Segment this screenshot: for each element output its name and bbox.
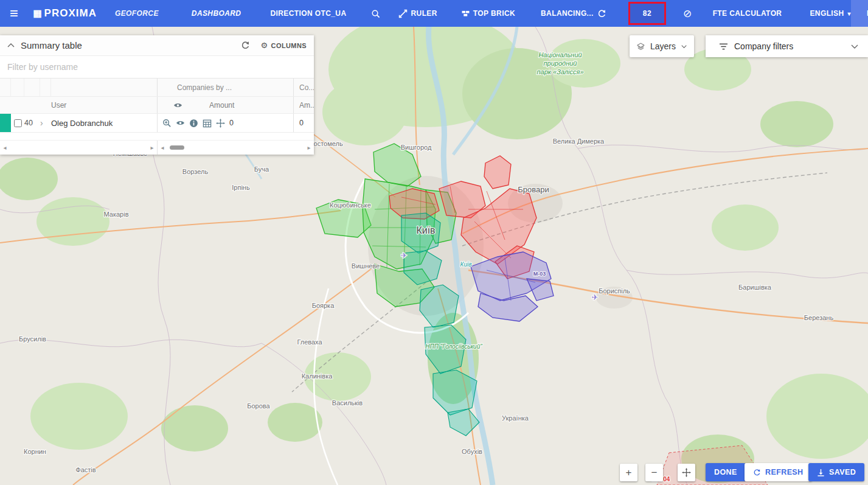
columns-button-label: COLUMNS <box>271 42 307 49</box>
map-label: Бровари <box>518 185 549 194</box>
row-expand-chevron[interactable]: › <box>40 114 51 132</box>
search-icon <box>371 9 380 18</box>
layers-label: Layers <box>650 41 676 51</box>
map-label: Калинівка <box>302 372 333 380</box>
scroll-left-icon[interactable]: ◂ <box>0 144 10 151</box>
logo-mark-icon: ▦ <box>33 8 42 19</box>
map-label: М-03 <box>533 271 546 277</box>
filter-row <box>0 56 314 79</box>
filter-by-username-input[interactable] <box>0 56 314 78</box>
badge-count: 82 <box>643 9 651 18</box>
language-menu[interactable]: ENGLISH▾ <box>810 9 851 18</box>
scroll-right-icon[interactable]: ▸ <box>304 144 314 151</box>
done-label: DONE <box>714 468 737 476</box>
map-container: ГостомельНемішаєвеВорзельБучаІрпіньВишго… <box>0 27 868 485</box>
saved-button[interactable]: SAVED <box>808 463 864 481</box>
map-label: парк «Залісся» <box>536 68 583 75</box>
saved-label: SAVED <box>829 468 856 476</box>
row-checkbox[interactable] <box>14 119 22 127</box>
map-label: Бориспіль <box>599 287 630 295</box>
table-refresh-icon[interactable] <box>241 41 250 50</box>
columns-button[interactable]: ⚙ COLUMNS <box>261 41 307 50</box>
map-label: Корнин <box>24 448 46 455</box>
row-amount-value: 0 <box>229 119 234 127</box>
nav-direction-otc-ua[interactable]: DIRECTION OTC_UA <box>270 9 346 18</box>
center-map-button[interactable] <box>678 464 695 481</box>
table-group-header-row: Companies by ... Co... <box>0 79 314 97</box>
nav-fte-calculator[interactable]: FTE CALCULATOR <box>713 9 782 18</box>
column-header-amount-2[interactable]: Am... <box>299 101 314 110</box>
ruler-icon <box>398 9 408 18</box>
column-header-user[interactable]: User <box>51 97 157 113</box>
table-grid-icon[interactable] <box>203 119 212 128</box>
hamburger-menu-button[interactable]: ≡ <box>10 6 18 21</box>
map-label: Українка <box>502 414 529 422</box>
map-label: НПП "Голосіївський" <box>425 343 482 350</box>
map-label: Фастів <box>75 466 95 473</box>
nav-fte-label: FTE CALCULATOR <box>713 9 782 18</box>
block-icon: ⊘ <box>683 7 692 20</box>
collapse-chevron-up-icon[interactable] <box>7 43 15 47</box>
row-user-name[interactable]: Oleg Dobranchuk <box>51 114 157 132</box>
map-label: ✈ <box>401 251 407 260</box>
chevron-down-icon[interactable] <box>851 44 858 49</box>
user-menu[interactable]: DOBRANCHUK▾ <box>851 0 868 27</box>
row-id: 40 <box>24 114 40 132</box>
zoom-to-user-icon[interactable] <box>162 119 172 128</box>
nav-dashboard[interactable]: DASHBOARD <box>192 9 241 18</box>
top-navbar: ≡ ▦ PROXIMA GEOFORCE DASHBOARD DIRECTION… <box>0 0 868 27</box>
map-label: Обухів <box>462 448 482 455</box>
map-label: Ворзель <box>182 168 209 175</box>
map-label: Національний <box>538 51 582 58</box>
map-label: Брусилів <box>19 335 46 343</box>
map-label: Глеваха <box>297 338 322 346</box>
company-filters-panel[interactable]: Company filters <box>706 35 868 57</box>
nav-dashboard-label: DASHBOARD <box>192 9 241 18</box>
company-filters-label: Company filters <box>734 41 793 51</box>
table-row: 40 › Oleg Dobranchuk 0 0 <box>0 114 314 133</box>
block-button[interactable]: ⊘ <box>683 7 692 20</box>
layers-button[interactable]: Layers <box>630 35 694 57</box>
map-label: Боярка <box>312 302 335 309</box>
map-label: Київ <box>460 261 472 268</box>
panel-title: Summary table <box>21 40 82 51</box>
nav-ruler-label: RULER <box>411 9 437 18</box>
refresh-button[interactable]: REFRESH <box>745 463 812 481</box>
map-label: Гостомель <box>310 140 343 147</box>
zoom-in-button[interactable]: + <box>620 464 637 481</box>
column-header-amount[interactable]: Amount <box>209 101 234 110</box>
zoom-out-button[interactable]: − <box>645 464 663 481</box>
map-label: природний <box>544 60 577 67</box>
nav-ruler[interactable]: RULER <box>398 9 437 18</box>
group-header-companies-by[interactable]: Companies by ... <box>158 83 232 92</box>
map-label: Березань <box>804 314 834 321</box>
info-icon[interactable] <box>189 119 198 128</box>
brick-icon <box>462 10 470 17</box>
nav-geoforce[interactable]: GEOFORCE <box>115 9 159 18</box>
visibility-eye-icon[interactable] <box>176 120 185 126</box>
gear-icon: ⚙ <box>261 41 268 50</box>
user-color-swatch <box>0 114 11 132</box>
search-button[interactable] <box>371 9 380 18</box>
nav-top-brick[interactable]: TOP BRICK <box>462 9 515 18</box>
map-label: Велика Димерка <box>553 138 605 145</box>
visibility-column-eye-icon[interactable] <box>173 102 182 108</box>
app-logo[interactable]: ▦ PROXIMA <box>33 7 97 19</box>
plus-icon: + <box>626 467 632 479</box>
nav-badge-82[interactable]: 82 <box>628 2 666 25</box>
nav-balancing[interactable]: BALANCING... <box>541 9 606 18</box>
scroll-right-icon[interactable]: ▸ <box>147 144 157 151</box>
refresh-icon <box>597 9 606 18</box>
map-label: Буча <box>254 166 269 173</box>
nav-top-brick-label: TOP BRICK <box>473 9 515 18</box>
group-header-2[interactable]: Co... <box>299 83 314 92</box>
nav-geoforce-label: GEOFORCE <box>115 9 159 18</box>
map-label: Баришівка <box>738 284 772 291</box>
table-scrollbars: ◂ ▸ ◂ ▸ <box>0 140 314 155</box>
done-button[interactable]: DONE <box>706 463 746 481</box>
scroll-left-icon[interactable]: ◂ <box>158 144 167 151</box>
filter-icon <box>719 43 728 51</box>
center-on-user-icon[interactable] <box>216 119 225 128</box>
scrollbar-thumb[interactable] <box>170 145 184 150</box>
refresh-icon <box>753 469 761 476</box>
